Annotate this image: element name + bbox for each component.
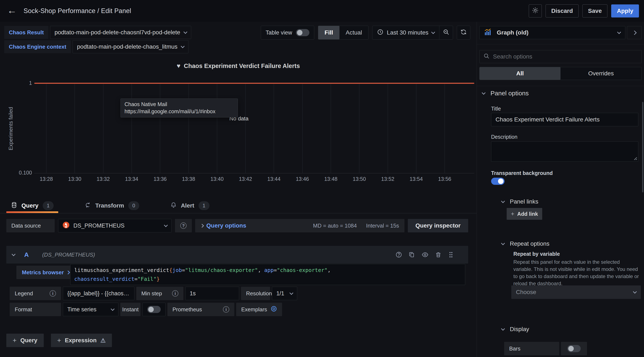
query-inspector-button[interactable]: Query inspector bbox=[408, 219, 468, 232]
gridline bbox=[132, 84, 132, 173]
bars-toggle[interactable] bbox=[567, 345, 581, 352]
add-query-button[interactable]: + Query bbox=[6, 334, 44, 347]
variable-label: Chaos Engine context bbox=[4, 40, 71, 53]
code-token: litmuschaos_experiment_verdict bbox=[74, 267, 169, 273]
time-range-picker[interactable]: Last 30 minutes bbox=[372, 26, 439, 39]
add-link-button[interactable]: + Add link bbox=[507, 208, 542, 220]
options-search-input[interactable] bbox=[493, 53, 638, 60]
query-options-bar: Query options MD = auto = 1084 Interval … bbox=[195, 219, 404, 232]
tab-all[interactable]: All bbox=[480, 67, 560, 80]
plus-icon: + bbox=[511, 210, 514, 217]
repeat-help-text: Repeat this panel for each value in the … bbox=[514, 258, 640, 287]
gridline bbox=[103, 84, 104, 173]
repeat-variable-select[interactable]: Choose bbox=[511, 285, 641, 299]
code-token: = bbox=[182, 267, 185, 273]
legend-input-field[interactable] bbox=[67, 290, 130, 297]
legend-input[interactable] bbox=[63, 287, 134, 300]
settings-button[interactable] bbox=[529, 5, 542, 18]
duplicate-query-icon[interactable] bbox=[408, 251, 415, 258]
panel-title-input[interactable] bbox=[491, 113, 638, 126]
time-picker-group: Last 30 minutes bbox=[372, 26, 453, 40]
fill-option[interactable]: Fill bbox=[318, 26, 339, 39]
table-view-toggle[interactable] bbox=[296, 29, 310, 36]
actual-option[interactable]: Actual bbox=[340, 26, 368, 39]
data-source-select[interactable]: DS_PROMETHEUS bbox=[58, 219, 172, 232]
collapse-pane-button[interactable] bbox=[627, 26, 642, 39]
repeat-options-section[interactable]: Repeat options bbox=[502, 240, 549, 247]
resolution-label: Resolution bbox=[241, 287, 270, 300]
add-expression-button[interactable]: + Expression ⚠ bbox=[51, 334, 112, 347]
variable-value-dropdown[interactable]: podtato-main-pod-delete-chaosnl7vd-pod-d… bbox=[50, 26, 191, 39]
gridline bbox=[46, 84, 46, 173]
promql-code-editor[interactable]: litmuschaos_experiment_verdict{job="litm… bbox=[70, 264, 465, 285]
refresh-button[interactable] bbox=[457, 26, 470, 40]
exemplars-eye-icon[interactable] bbox=[270, 305, 277, 314]
query-options-link[interactable]: Query options bbox=[206, 222, 246, 229]
min-step-input[interactable] bbox=[185, 287, 239, 300]
code-token: = bbox=[134, 276, 138, 282]
panel-options-section[interactable]: Panel options bbox=[482, 90, 529, 97]
save-button[interactable]: Save bbox=[582, 5, 608, 18]
bars-toggle-box bbox=[561, 342, 587, 355]
panel-header[interactable]: ♥ Chaos Experiment Verdict Failure Alert… bbox=[0, 62, 476, 70]
discard-button[interactable]: Discard bbox=[546, 5, 578, 18]
code-token: chaosresult_verdict bbox=[74, 276, 134, 282]
chevron-right-icon bbox=[632, 30, 636, 35]
query-help-icon[interactable] bbox=[396, 251, 402, 258]
tooltip-link-url[interactable]: https://mail.google.com/mail/u/1/#inbox bbox=[124, 108, 234, 115]
resolution-select[interactable]: 1/1 bbox=[272, 287, 297, 300]
chevron-down-icon bbox=[633, 290, 637, 293]
query-row-header[interactable]: A (DS_PROMETHEUS) bbox=[6, 246, 468, 263]
back-arrow-icon[interactable]: ← bbox=[7, 5, 17, 16]
options-search[interactable] bbox=[479, 50, 642, 63]
data-source-value: DS_PROMETHEUS bbox=[74, 222, 124, 229]
alert-heart-icon: ♥ bbox=[177, 62, 180, 70]
gridline bbox=[330, 84, 331, 173]
variable-value-text: podtato-main-pod-delete-chaosnl7vd-pod-d… bbox=[54, 29, 180, 36]
transparent-bg-toggle[interactable] bbox=[491, 178, 504, 185]
format-options-row: Format Time series Instant Prometheus i … bbox=[10, 303, 282, 316]
variable-value-dropdown[interactable]: podtato-main-pod-delete-chaos_litmus bbox=[72, 40, 188, 53]
code-token: { bbox=[169, 267, 172, 273]
panel-links-tooltip: Chaos Native Mail https://mail.google.co… bbox=[120, 99, 238, 117]
fill-actual-segmented: Fill Actual bbox=[318, 26, 368, 40]
panel-description-textarea[interactable] bbox=[491, 141, 638, 162]
drag-handle-icon[interactable] bbox=[448, 251, 454, 258]
tab-overrides[interactable]: Overrides bbox=[560, 67, 642, 80]
data-source-help-button[interactable]: ? bbox=[175, 219, 192, 232]
zoom-out-button[interactable] bbox=[439, 26, 453, 39]
tab-transform[interactable]: Transform 0 bbox=[80, 198, 144, 213]
gear-icon bbox=[532, 7, 539, 15]
prometheus-label-text: Prometheus bbox=[172, 306, 202, 313]
visualization-select[interactable]: Graph (old) bbox=[479, 26, 625, 39]
panel-links-section[interactable]: Panel links bbox=[502, 198, 538, 205]
delete-query-icon[interactable] bbox=[435, 251, 442, 258]
code-token: job bbox=[172, 267, 182, 273]
toggle-visibility-icon[interactable] bbox=[422, 251, 429, 258]
code-token: , bbox=[328, 267, 330, 273]
legend-label-text: Legend bbox=[15, 290, 33, 297]
apply-button[interactable]: Apply bbox=[611, 5, 639, 18]
table-view-toggle-group[interactable]: Table view bbox=[261, 26, 314, 40]
code-token: } bbox=[156, 276, 160, 282]
chevron-down-icon bbox=[501, 327, 505, 330]
legend-options-row: Legend i Min step i Resolution 1/1 bbox=[10, 287, 297, 300]
instant-toggle-box bbox=[142, 303, 166, 316]
code-token: app bbox=[264, 267, 274, 273]
format-select[interactable]: Time series bbox=[63, 303, 118, 316]
min-step-input-field[interactable] bbox=[190, 290, 235, 297]
info-icon: i bbox=[172, 290, 178, 297]
display-section[interactable]: Display bbox=[502, 326, 529, 332]
metrics-browser-button[interactable]: Metrics browser bbox=[16, 266, 75, 279]
collapse-chevron-icon[interactable] bbox=[12, 252, 15, 256]
tab-alert[interactable]: Alert 1 bbox=[166, 198, 214, 213]
instant-toggle[interactable] bbox=[147, 306, 161, 313]
tooltip-link-title[interactable]: Chaos Native Mail bbox=[124, 101, 234, 108]
tab-query[interactable]: Query 1 bbox=[6, 198, 58, 213]
divider bbox=[0, 213, 476, 213]
metrics-browser-label: Metrics browser bbox=[22, 269, 64, 276]
gridline bbox=[444, 84, 445, 173]
options-filter-tabs: All Overrides bbox=[479, 67, 642, 80]
x-tick-label: 13:44 bbox=[259, 176, 288, 182]
options-scrollbar[interactable] bbox=[642, 102, 643, 192]
